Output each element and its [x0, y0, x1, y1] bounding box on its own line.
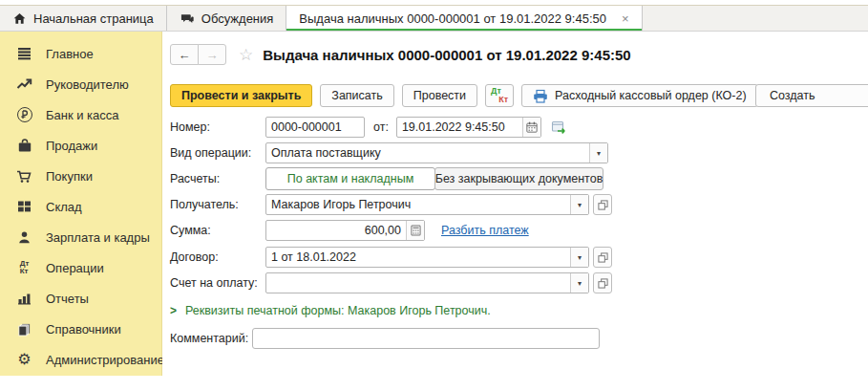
bar-chart-icon	[15, 290, 33, 308]
comment-input[interactable]	[252, 328, 600, 349]
chat-bubbles-icon	[180, 11, 195, 26]
gear-icon: ⚙	[15, 351, 33, 369]
tab-strip: Начальная страница Обсуждения Выдача нал…	[0, 5, 868, 32]
operation-type-select[interactable]: Оплата поставщику ▾	[265, 142, 608, 163]
chevron-down-icon[interactable]: ▾	[570, 248, 588, 267]
settlements-no-docs-toggle[interactable]: Без закрывающих документов	[434, 167, 603, 190]
recipient-label: Получатель:	[170, 198, 265, 211]
chevron-down-icon[interactable]: ▾	[589, 143, 607, 163]
contract-input[interactable]: 1 от 18.01.2022 ▾	[265, 247, 589, 268]
tab-discussions-label: Обсуждения	[201, 11, 274, 26]
print-details-label: Реквизиты печатной формы: Макаров Игорь …	[185, 304, 491, 317]
chevron-right-icon: >	[170, 304, 177, 317]
sidebar-item-sales[interactable]: Продажи	[0, 130, 161, 161]
command-bar: Провести и закрыть Записать Провести Дт …	[170, 84, 868, 107]
sidebar-item-bank-cash[interactable]: Банк и касса	[0, 99, 161, 130]
number-input[interactable]: 0000-000001	[265, 117, 365, 138]
settlements-label: Расчеты:	[170, 172, 265, 185]
nav-back-button[interactable]: ←	[170, 44, 199, 65]
sidebar-item-manager[interactable]: Руководителю	[0, 69, 161, 99]
sidebar-item-label: Склад	[46, 200, 82, 214]
document-form: ← → ☆ Выдача наличных 0000-000001 от 19.…	[162, 32, 868, 391]
print-details-expander[interactable]: > Реквизиты печатной формы: Макаров Игор…	[170, 304, 491, 317]
sidebar-item-label: Руководителю	[46, 77, 129, 92]
page-title: Выдача наличных 0000-000001 от 19.01.202…	[263, 47, 630, 63]
grid-blocks-icon	[15, 198, 33, 216]
ruble-circle-icon	[15, 106, 33, 124]
print-order-button[interactable]: Расходный кассовый ордер (КО-2)	[521, 84, 758, 107]
comment-label: Комментарий:	[170, 332, 248, 345]
person-icon	[15, 228, 33, 247]
tab-discussions[interactable]: Обсуждения	[167, 6, 287, 31]
home-icon	[12, 11, 27, 26]
amount-label: Сумма:	[170, 224, 265, 237]
contract-open-button[interactable]	[593, 247, 612, 268]
post-button[interactable]: Провести	[402, 84, 477, 107]
nav-forward-button[interactable]: →	[198, 44, 226, 65]
date-input[interactable]: 19.01.2022 9:45:50	[396, 117, 541, 138]
printer-icon	[533, 89, 548, 103]
sidebar-item-label: Банк и касса	[46, 108, 119, 122]
books-icon	[15, 320, 33, 338]
invoice-input[interactable]: ▾	[265, 272, 589, 293]
operation-type-label: Вид операции:	[170, 146, 265, 160]
sidebar-item-label: Зарплата и кадры	[46, 230, 150, 245]
calendar-icon[interactable]	[522, 118, 540, 137]
invoice-open-button[interactable]	[593, 272, 612, 293]
amount-input[interactable]: 600,00	[265, 220, 425, 241]
contract-label: Договор:	[170, 250, 265, 264]
calculator-icon[interactable]	[406, 221, 424, 240]
split-payment-link[interactable]: Разбить платеж	[441, 224, 529, 237]
sidebar-item-operations[interactable]: ДтКт Операции	[0, 252, 161, 283]
post-and-close-button[interactable]: Провести и закрыть	[170, 84, 312, 107]
sidebar-item-administration[interactable]: ⚙ Администрирование	[0, 344, 161, 375]
sidebar-item-purchases[interactable]: Покупки	[0, 161, 161, 191]
date-label: от:	[373, 120, 389, 134]
favorite-star-icon[interactable]: ☆	[239, 47, 253, 63]
sidebar-item-warehouse[interactable]: Склад	[0, 191, 161, 222]
tab-home[interactable]: Начальная страница	[0, 6, 167, 31]
sidebar: Главное Руководителю Банк и касса Продаж…	[0, 32, 162, 376]
sidebar-item-label: Покупки	[46, 169, 93, 184]
sidebar-item-salary-hr[interactable]: Зарплата и кадры	[0, 222, 161, 252]
shopping-cart-icon	[15, 167, 33, 185]
sidebar-item-directories[interactable]: Справочники	[0, 314, 161, 344]
open-link-icon	[598, 278, 608, 289]
sidebar-item-label: Отчеты	[46, 292, 89, 306]
recipient-input[interactable]: Макаров Игорь Петрочич ▾	[265, 194, 589, 215]
sidebar-item-label: Справочники	[46, 322, 121, 337]
chevron-down-icon[interactable]: ▾	[570, 273, 588, 293]
tab-document[interactable]: Выдача наличных 0000-000001 от 19.01.202…	[286, 6, 642, 31]
number-label: Номер:	[170, 120, 265, 134]
sidebar-item-reports[interactable]: Отчеты	[0, 283, 161, 314]
save-button[interactable]: Записать	[320, 84, 393, 107]
recipient-open-button[interactable]	[593, 194, 612, 215]
tab-document-label: Выдача наличных 0000-000001 от 19.01.202…	[299, 11, 606, 26]
tab-home-label: Начальная страница	[33, 11, 154, 26]
tab-bar: Начальная страница Обсуждения Выдача нал…	[0, 0, 868, 32]
invoice-label: Счет на оплату:	[170, 276, 265, 290]
briefcase-icon	[15, 137, 33, 155]
menu-lines-icon	[15, 45, 33, 63]
open-link-icon	[598, 252, 608, 263]
sidebar-item-label: Главное	[46, 47, 94, 61]
dt-kt-postings-button[interactable]: Дт Кт	[485, 84, 514, 107]
close-icon[interactable]: ×	[622, 11, 629, 26]
sidebar-item-label: Продажи	[46, 139, 97, 153]
trend-arrow-icon	[15, 76, 33, 94]
tab-strip-filler	[643, 6, 868, 31]
settlements-by-acts-toggle[interactable]: По актам и накладным	[265, 167, 435, 190]
chevron-down-icon[interactable]: ▾	[570, 195, 588, 214]
sidebar-item-label: Администрирование	[46, 353, 164, 367]
sidebar-item-label: Операции	[46, 261, 104, 275]
sidebar-item-main[interactable]: Главное	[0, 38, 161, 69]
dt-kt-icon: ДтКт	[15, 259, 33, 277]
related-documents-icon[interactable]	[551, 119, 567, 135]
open-link-icon	[598, 200, 608, 210]
create-based-on-button[interactable]: Создать	[755, 84, 868, 107]
